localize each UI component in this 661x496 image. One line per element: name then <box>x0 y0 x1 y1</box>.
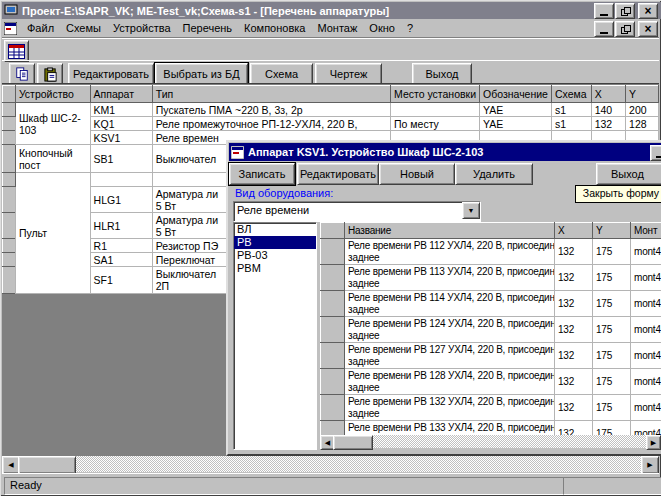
row-selector[interactable] <box>3 173 16 187</box>
row-selector[interactable] <box>3 103 16 117</box>
cell-apparat[interactable]: SB1 <box>90 145 152 173</box>
row-selector[interactable] <box>3 145 16 173</box>
cell-mont[interactable]: mont4 <box>631 239 661 265</box>
cell-name[interactable]: Реле времени РВ 114 УХЛ4, 220 В, присоед… <box>345 291 555 317</box>
cell-apparat[interactable]: KQ1 <box>90 117 152 131</box>
cell-name[interactable]: Реле времени РВ 128 УХЛ4, 220 В, присоед… <box>345 369 555 395</box>
combo-dropdown-button[interactable]: ▼ <box>462 202 480 219</box>
menu-file[interactable]: Файл <box>21 20 60 36</box>
cell-y[interactable]: 200 <box>626 103 659 117</box>
cell-x[interactable]: 140 <box>591 103 625 117</box>
table-row[interactable]: Реле времени РВ 112 УХЛ4, 220 В, присоед… <box>321 239 661 265</box>
dialog-exit-button[interactable]: Выход <box>596 163 661 185</box>
cell-x[interactable]: 132 <box>555 291 593 317</box>
row-selector[interactable] <box>3 253 16 267</box>
dialog-minimize-button[interactable] <box>650 145 661 161</box>
table-row[interactable]: Реле времени РВ 128 УХЛ4, 220 В, присоед… <box>321 369 661 395</box>
scroll-right-button[interactable]: ▶ <box>646 435 661 450</box>
cell-place[interactable] <box>391 103 480 117</box>
copy-button[interactable] <box>9 63 35 85</box>
cell-x[interactable]: 132 <box>555 395 593 421</box>
cell-name[interactable]: Реле времени РВ 113 УХЛ4, 220 В, присоед… <box>345 265 555 291</box>
cell-x[interactable]: 132 <box>555 421 593 436</box>
cell-name[interactable]: Реле времени РВ 112 УХЛ4, 220 В, присоед… <box>345 239 555 265</box>
cell-x[interactable]: 132 <box>555 265 593 291</box>
apparatus-list-button[interactable] <box>4 40 29 62</box>
cell-apparat[interactable]: KM1 <box>90 103 152 117</box>
menu-help[interactable]: ? <box>401 20 419 36</box>
cell-mont[interactable]: mont4 <box>631 369 661 395</box>
equipment-combo[interactable]: Реле времени ▼ <box>233 201 481 222</box>
cell-mont[interactable]: mont4 <box>631 395 661 421</box>
cell-designation[interactable]: YAE <box>480 117 552 131</box>
row-selector[interactable] <box>3 117 16 131</box>
cell-apparat[interactable]: R1 <box>90 239 152 253</box>
cell-mont[interactable]: mont4 <box>631 265 661 291</box>
menu-schemes[interactable]: Схемы <box>60 20 107 36</box>
row-selector[interactable] <box>321 369 345 395</box>
cell-apparat[interactable]: SF1 <box>90 267 152 294</box>
cell-x[interactable]: 132 <box>555 239 593 265</box>
cell-type[interactable]: Реле промежуточное РП-12-УХЛ4, 220 В, <box>152 117 390 131</box>
table-row[interactable]: Реле времени РВ 113 УХЛ4, 220 В, присоед… <box>321 265 661 291</box>
table-row[interactable]: Реле времени РВ 133 УХЛ4, 220 В, присоед… <box>321 421 661 436</box>
cell-y[interactable]: 175 <box>593 265 631 291</box>
row-selector[interactable] <box>3 239 16 253</box>
cell-apparat[interactable] <box>90 173 152 187</box>
mdi-restore-button[interactable] <box>615 21 635 37</box>
cell-x[interactable]: 132 <box>555 369 593 395</box>
cell-mont[interactable]: mont4 <box>631 291 661 317</box>
cell-y[interactable]: 175 <box>593 317 631 343</box>
cell-apparat[interactable]: HLR1 <box>90 213 152 239</box>
list-item[interactable]: РВ-03 <box>234 249 316 262</box>
cell-name[interactable]: Реле времени РВ 132 УХЛ4, 220 В, присоед… <box>345 395 555 421</box>
row-selector[interactable] <box>3 213 16 239</box>
cell-mont[interactable]: mont4 <box>631 421 661 436</box>
schema-button[interactable]: Схема <box>250 63 313 85</box>
cell-apparat[interactable]: SA1 <box>90 253 152 267</box>
scroll-thumb[interactable] <box>333 435 373 450</box>
mdi-close-button[interactable]: × <box>638 21 658 37</box>
row-selector[interactable] <box>321 265 345 291</box>
select-from-db-button[interactable]: Выбрать из БД <box>155 63 248 85</box>
row-selector[interactable] <box>321 239 345 265</box>
scroll-thumb[interactable] <box>18 456 76 474</box>
row-selector[interactable] <box>321 395 345 421</box>
cell-device-group[interactable]: Кнопочный пост <box>15 145 90 173</box>
row-selector[interactable] <box>3 187 16 213</box>
cell-place[interactable]: По месту <box>391 117 480 131</box>
dialog-titlebar[interactable]: Аппарат KSV1. Устройство Шкаф ШС-2-103 <box>229 143 661 161</box>
menu-montage[interactable]: Монтаж <box>311 20 363 36</box>
row-selector[interactable] <box>321 291 345 317</box>
cell-apparat[interactable]: KSV1 <box>90 131 152 145</box>
close-button[interactable]: × <box>638 3 658 19</box>
cell-device-group[interactable]: Шкаф ШС-2-103 <box>15 103 90 145</box>
cell-type[interactable]: Пускатель ПМА ~220 В, 3з, 2р <box>152 103 390 117</box>
cell-mont[interactable]: mont4 <box>631 317 661 343</box>
table-row[interactable]: Шкаф ШС-2-103 KM1 Пускатель ПМА ~220 В, … <box>3 103 659 117</box>
scroll-right-button[interactable]: ▶ <box>641 456 659 474</box>
row-selector[interactable] <box>321 421 345 436</box>
cell-y[interactable]: 175 <box>593 395 631 421</box>
cell-name[interactable]: Реле времени РВ 124 УХЛ4, 220 В, присоед… <box>345 317 555 343</box>
menu-devices[interactable]: Устройства <box>107 20 177 36</box>
cell-x[interactable]: 132 <box>555 317 593 343</box>
row-selector[interactable] <box>321 343 345 369</box>
menu-layout[interactable]: Компоновка <box>238 20 311 36</box>
dialog-edit-button[interactable]: Редактировать <box>297 163 379 185</box>
exit-button[interactable]: Выход <box>412 63 472 85</box>
cell-y[interactable]: 175 <box>593 291 631 317</box>
cell-y[interactable]: 175 <box>593 421 631 436</box>
cell-y[interactable]: 175 <box>593 343 631 369</box>
drawing-button[interactable]: Чертеж <box>315 63 382 85</box>
restore-button[interactable] <box>615 3 635 19</box>
save-button[interactable]: Записать <box>229 163 295 185</box>
list-item[interactable]: ВЛ <box>234 223 316 236</box>
cell-device-group[interactable]: Пульт <box>15 173 90 294</box>
cell-x[interactable]: 132 <box>555 343 593 369</box>
list-item[interactable]: РВМ <box>234 262 316 275</box>
mdi-minimize-button[interactable] <box>594 21 614 37</box>
cell-y[interactable]: 128 <box>626 117 659 131</box>
cell-schema[interactable]: s1 <box>551 117 591 131</box>
table-row[interactable]: Реле времени РВ 114 УХЛ4, 220 В, присоед… <box>321 291 661 317</box>
